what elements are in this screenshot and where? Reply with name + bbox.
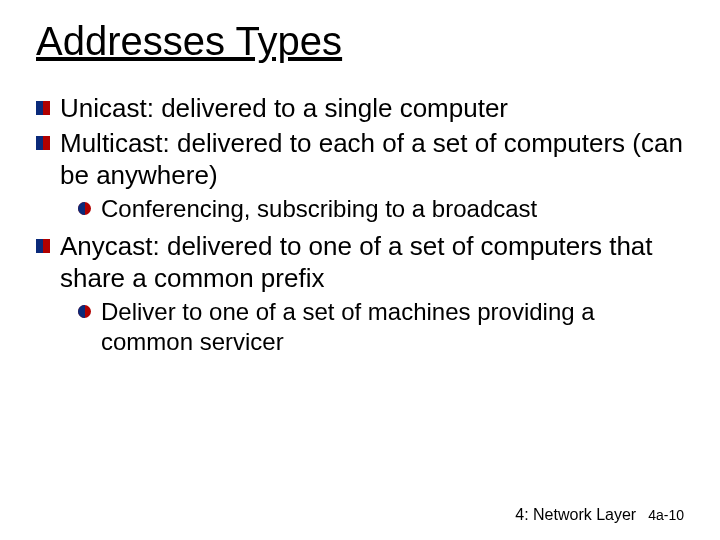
- bullet-text: Deliver to one of a set of machines prov…: [101, 297, 684, 357]
- square-bullet-icon: [36, 136, 50, 150]
- bullet-unicast: Unicast: delivered to a single computer: [36, 92, 684, 125]
- multicast-subitems: Conferencing, subscribing to a broadcast: [78, 194, 684, 224]
- bullet-multicast: Multicast: delivered to each of a set of…: [36, 127, 684, 192]
- slide-title: Addresses Types: [36, 18, 684, 64]
- bullet-text: Anycast: delivered to one of a set of co…: [60, 230, 684, 295]
- bullet-text: Unicast: delivered to a single computer: [60, 92, 684, 125]
- bullet-anycast: Anycast: delivered to one of a set of co…: [36, 230, 684, 295]
- bullet-text: Multicast: delivered to each of a set of…: [60, 127, 684, 192]
- square-bullet-icon: [36, 101, 50, 115]
- circle-bullet-icon: [78, 305, 91, 318]
- footer-section: 4: Network Layer: [515, 506, 636, 524]
- slide: Addresses Types Unicast: delivered to a …: [0, 0, 720, 540]
- slide-content: Unicast: delivered to a single computer …: [36, 92, 684, 357]
- circle-bullet-icon: [78, 202, 91, 215]
- anycast-subitems: Deliver to one of a set of machines prov…: [78, 297, 684, 357]
- footer-page-number: 4a-10: [648, 507, 684, 523]
- square-bullet-icon: [36, 239, 50, 253]
- bullet-text: Conferencing, subscribing to a broadcast: [101, 194, 684, 224]
- sub-bullet-conferencing: Conferencing, subscribing to a broadcast: [78, 194, 684, 224]
- sub-bullet-deliver: Deliver to one of a set of machines prov…: [78, 297, 684, 357]
- slide-footer: 4: Network Layer 4a-10: [515, 506, 684, 524]
